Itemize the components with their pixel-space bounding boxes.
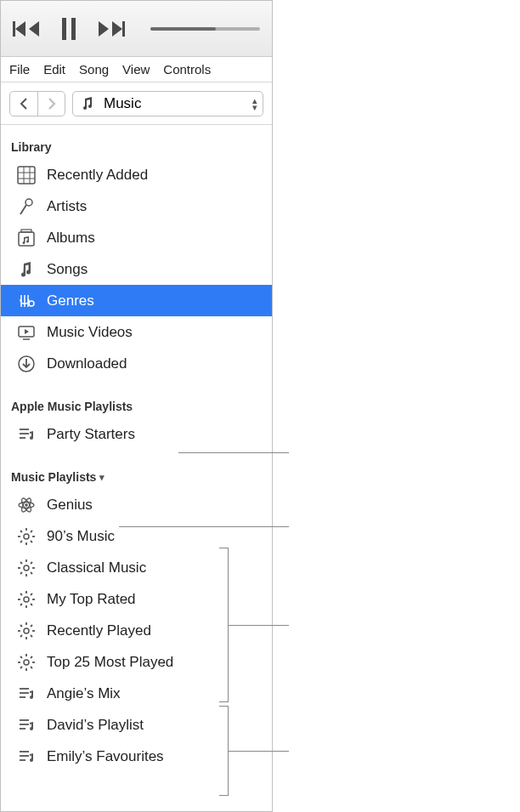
menu-view[interactable]: View <box>122 62 150 77</box>
menu-bar: File Edit Song View Controls <box>1 57 272 82</box>
svg-point-26 <box>24 534 29 539</box>
svg-point-35 <box>24 565 29 571</box>
sidebar-item-label: Recently Added <box>47 167 262 184</box>
sidebar: Library Recently AddedArtistsAlbumsSongs… <box>1 125 272 811</box>
sidebar-item-emilys-favourites[interactable]: Emily’s Favourites <box>1 741 272 772</box>
svg-rect-12 <box>21 230 31 232</box>
svg-line-42 <box>20 572 22 574</box>
sidebar-item-label: Angie’s Mix <box>47 685 262 702</box>
back-button[interactable] <box>10 92 37 116</box>
svg-point-25 <box>25 503 28 507</box>
menu-song[interactable]: Song <box>79 62 109 77</box>
svg-line-58 <box>20 625 22 627</box>
svg-line-59 <box>31 635 32 637</box>
sidebar-item-davids-playlist[interactable]: David’s Playlist <box>1 709 272 741</box>
sidebar-item-downloaded[interactable]: Downloaded <box>1 348 272 379</box>
media-type-picker[interactable]: Music ▴▾ <box>72 91 263 116</box>
section-header-label: Music Playlists <box>11 470 96 484</box>
download-icon <box>16 354 37 374</box>
chevron-down-icon: ▾ <box>99 472 105 483</box>
svg-rect-0 <box>13 21 15 37</box>
music-note-icon <box>80 96 95 111</box>
grid-icon <box>16 165 37 185</box>
gear-icon <box>16 589 37 610</box>
sidebar-item-albums[interactable]: Albums <box>1 222 272 253</box>
next-button[interactable] <box>96 20 125 38</box>
svg-rect-1 <box>62 18 66 40</box>
atom-icon <box>16 495 37 515</box>
sidebar-item-angies-mix[interactable]: Angie’s Mix <box>1 678 272 709</box>
svg-line-43 <box>31 562 32 564</box>
previous-button[interactable] <box>13 20 42 38</box>
svg-line-51 <box>20 604 22 605</box>
playlist-icon <box>16 747 37 767</box>
svg-line-69 <box>20 667 22 668</box>
svg-rect-2 <box>71 18 76 40</box>
stepper-icon: ▴▾ <box>252 97 257 111</box>
album-icon <box>16 228 37 248</box>
sidebar-item-recently-played[interactable]: Recently Played <box>1 615 272 646</box>
mic-icon <box>16 196 37 217</box>
sidebar-item-party-starters[interactable]: Party Starters <box>1 418 272 450</box>
playlist-icon <box>16 684 37 704</box>
svg-line-34 <box>31 531 32 532</box>
sidebar-item-artists[interactable]: Artists <box>1 190 272 222</box>
sidebar-item-90s-music[interactable]: 90’s Music <box>1 520 272 552</box>
sidebar-item-label: Downloaded <box>47 355 262 372</box>
section-header-music-playlists[interactable]: Music Playlists ▾ <box>1 465 272 489</box>
svg-line-49 <box>20 593 22 595</box>
svg-line-61 <box>31 625 32 627</box>
media-picker-label: Music <box>104 95 141 112</box>
volume-slider[interactable] <box>150 27 260 31</box>
svg-rect-3 <box>122 21 125 37</box>
sidebar-item-label: Albums <box>47 230 262 247</box>
menu-controls[interactable]: Controls <box>163 62 211 77</box>
svg-marker-15 <box>25 329 29 334</box>
play-pause-button[interactable] <box>60 18 77 40</box>
svg-line-40 <box>20 562 22 564</box>
playback-toolbar <box>1 1 272 57</box>
svg-rect-11 <box>19 232 34 246</box>
sidebar-item-label: Top 25 Most Played <box>47 654 262 671</box>
sidebar-item-my-top-rated[interactable]: My Top Rated <box>1 583 272 615</box>
sidebar-item-genres[interactable]: Genres <box>1 285 272 316</box>
sidebar-item-songs[interactable]: Songs <box>1 253 272 285</box>
svg-line-52 <box>31 593 32 595</box>
sidebar-item-label: My Top Rated <box>47 591 262 608</box>
svg-point-9 <box>25 199 32 206</box>
forward-button[interactable] <box>37 92 65 116</box>
svg-point-44 <box>24 597 29 602</box>
sidebar-item-music-videos[interactable]: Music Videos <box>1 316 272 348</box>
svg-point-53 <box>24 628 29 633</box>
sidebar-item-label: Genres <box>47 292 262 309</box>
svg-line-31 <box>20 531 22 532</box>
svg-line-68 <box>31 667 32 668</box>
sidebar-item-recently-added[interactable]: Recently Added <box>1 159 272 190</box>
section-header-apple-music: Apple Music Playlists <box>1 395 272 418</box>
sidebar-item-label: Party Starters <box>47 426 262 443</box>
gear-icon <box>16 558 37 578</box>
section-header-library: Library <box>1 135 272 159</box>
playlist-icon <box>16 424 37 445</box>
svg-line-70 <box>31 656 32 658</box>
menu-file[interactable]: File <box>9 62 30 77</box>
svg-line-32 <box>31 541 32 542</box>
sidebar-item-label: Music Videos <box>47 324 262 341</box>
sidebar-item-top-25-most-played[interactable]: Top 25 Most Played <box>1 646 272 678</box>
svg-line-50 <box>31 604 32 605</box>
sidebar-item-label: Artists <box>47 198 262 215</box>
sidebar-item-label: Songs <box>47 261 262 278</box>
svg-point-13 <box>29 301 34 306</box>
nav-back-forward <box>9 91 65 116</box>
menu-edit[interactable]: Edit <box>43 62 65 77</box>
sidebar-item-classical-music[interactable]: Classical Music <box>1 552 272 583</box>
svg-line-10 <box>20 205 26 214</box>
svg-rect-4 <box>18 167 35 184</box>
sidebar-item-label: Classical Music <box>47 559 262 576</box>
gear-icon <box>16 526 37 547</box>
sidebar-item-label: David’s Playlist <box>47 717 262 734</box>
app-window: File Edit Song View Controls Music ▴▾ Li… <box>0 0 273 812</box>
svg-line-60 <box>20 635 22 637</box>
sidebar-item-genius[interactable]: Genius <box>1 489 272 520</box>
playlist-icon <box>16 715 37 735</box>
